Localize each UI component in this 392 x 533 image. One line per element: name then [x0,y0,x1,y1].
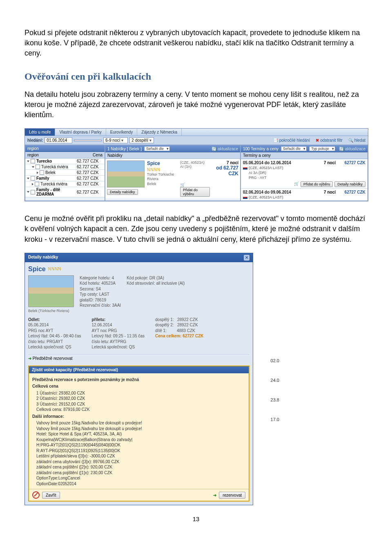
region-row[interactable]: Turecká riviéra62.727 CZK [25,164,105,170]
add-button[interactable]: Přidat do výběru [301,181,333,187]
page-number: 13 [24,515,368,522]
search-label: hledání: [27,138,43,143]
terms-subheader: Termíny a ceny [243,153,271,158]
info-line: Vahovy limit pouze 15kg.Nadvahu lze doko… [32,426,245,432]
info-line: Koupelna|WC|Klimatizace|Balkon|Strana do… [32,437,245,443]
popup-kv-left: Kategorie hotelu: 4 Kód hotelu: 40523A S… [80,275,121,313]
total-price-header: Celková cena [32,384,245,389]
price-line: 1 Účastníci: 29382,00 CZK [32,390,245,396]
detail-button[interactable]: Detaily nabídky [107,189,138,195]
term-nights: 7 nocí [324,161,336,165]
search-button[interactable]: 🔍 hledat [348,138,365,143]
close-icon[interactable]: ✕ [244,255,249,261]
popup-hotel-name: Spice [28,265,46,273]
reserve-button[interactable]: rezervovat [219,492,245,499]
more-info-header: Další informace: [32,414,245,419]
term-price: 62727 CZK [339,161,365,165]
departure-col: Odlet: 05.06.2014 PRG noc AYT Letový řád… [28,317,81,350]
main-tabs: Léto u moře Vlastní doprava / Parky Euro… [25,129,368,136]
sort-select[interactable]: Seřadit dle [144,146,170,151]
region-row[interactable]: Turecko62.727 CZK [25,158,105,164]
offer-panel: 1 Nabídky [ Belek ] Seřadit dle 🔄 aktual… [105,145,241,201]
add-to-selection-button[interactable]: Přidat do výběru [180,187,210,197]
date-from-input[interactable]: 01.06.2014 [45,137,72,143]
hotel-loc: Belek [147,182,178,187]
term-nights: 7 nocí [324,190,336,194]
hotel-nights: 7 nocí [212,161,238,165]
price-col-header: Cena [93,153,102,157]
price-line: 3 Účastníci: 29152,00 CZK [32,401,245,407]
section-paragraph-2: Cenu je možné ověřit při prokliku na „de… [24,214,368,245]
region-panel-header: region [25,145,105,152]
info-line: Letištní příplatek/sleva ([3]x): -3000,0… [32,453,245,459]
price-line: Celková cena: 87916,00 CZK [32,407,245,413]
pax-price-col: dospělý 1: 28922 CZK dospělý 2: 28922 CZ… [155,317,203,350]
tab-vlastni[interactable]: Vlastní doprava / Parky [55,129,106,136]
region-row[interactable]: Family - dítě ZDARMA62.727 CZK [25,187,105,197]
terms-panel-header: 100 Termíny a ceny Seřadit dle Typ pokoj… [241,145,368,152]
side-date-list: 02.0 24.0 23.8 17.0 [271,351,279,429]
info-line: OptionType:LongCancel [32,475,245,481]
term-date: 02.06.2014 do 09.06.2014 [243,190,291,194]
hotel-thumbnail [107,161,145,187]
tab-nemecko[interactable]: Zájezdy z Německa [137,129,182,136]
popup-header: Detaily nabídky ✕ [25,253,253,262]
hotel-code: (CZE, 40523A) [180,161,210,165]
cart-icon: 🛒 [294,181,299,187]
info-line: H:PRG-AYT|2|01|QS|2|1190|0445|0840|00|OK [32,442,245,448]
info-line: Hotel: Spice Hotel & Spa (AYT, 40523A, 3… [32,431,245,437]
detail-button[interactable]: Detaily nabídky [334,181,365,187]
popup-kv-right: Kód pokoje: DR (3A) Kód stravování: all … [127,275,185,313]
advanced-search-link[interactable]: 📑 pokročilé hledání [273,138,310,143]
offer-subheader: Nabídky [107,153,122,158]
hotel-meal: AI (3A) [180,165,210,169]
info-line: základní cena pojištění ([1]x): 230,00 C… [32,470,245,476]
tab-euro[interactable]: Eurovíkendy [106,129,138,136]
search-bar: hledání: 01.06.2014 6-9 nocí 2 dospělí 📑… [25,136,368,145]
region-panel: region regionCena Turecko62.727 CZK Ture… [25,145,105,201]
flag-icon [243,196,247,199]
date-to-input[interactable] [74,140,102,141]
arrow-icon: ➜ [28,356,31,361]
pre-reserve-link[interactable]: Předběžně rezervovat [33,356,73,361]
hotel-price: od 62.727 CZK [212,165,238,176]
term-date: 05.06.2014 do 12.06.2014 [243,161,291,165]
hotel-desc: Türkei Türkische Riviera [147,172,178,182]
region-row[interactable]: Turecká riviéra62.727 CZK [25,181,105,187]
info-line: OptionDate:02052014 [32,481,245,487]
term-price: 62727 CZK [339,190,365,194]
hotel-name[interactable]: Spice [147,161,178,167]
popup-hotel-stars: NNNN [48,267,62,271]
info-line: základní cena ubytování ([3]x): 89766,00… [32,459,245,465]
detail-popup-screenshot: Detaily nabídky ✕ Spice NNNN Belek (Türk… [24,253,253,506]
terms-panel: 100 Termíny a ceny Seřadit dle Typ pokoj… [241,145,368,201]
info-line: Vahovy limit pouze 15kg.Nadvahu lze doko… [32,420,245,426]
section-paragraph-1: Na detailu hotelu jsou zobrazeny termíny… [24,89,368,120]
remove-filter-link[interactable]: ✖ odstranit filtr [316,138,342,143]
pax-select[interactable]: 2 dospělí [129,137,154,143]
cart-icon: 🛒 [180,183,185,187]
tab-leto[interactable]: Léto u moře [25,129,55,136]
room-type-select[interactable]: Typ pokoje [309,146,335,151]
refresh-link[interactable]: 🔄 aktualizace [339,147,365,151]
flag-icon [243,166,247,169]
region-col-header: region [27,153,93,157]
region-row[interactable]: Belek62.727 CZK [25,170,105,176]
arrow-icon: ➜ [213,493,216,497]
arrival-col: příletu: 12.06.2014 AYT noc PRG Letový ř… [92,317,145,350]
term-row[interactable]: 02.06.2014 do 09.06.2014 7 nocí 62727 CZ… [241,188,368,201]
intro-paragraph: Pokud si přejete odstranit některou z vy… [24,28,368,59]
popup-location: Belek (Türkische Riviera) [28,309,74,313]
term-row[interactable]: 05.06.2014 do 12.06.2014 7 nocí 62727 CZ… [241,159,368,188]
region-row[interactable]: Family62.727 CZK [25,176,105,181]
nights-select[interactable]: 6-9 nocí [103,137,128,143]
sort-select[interactable]: Seřadit dle [281,146,307,151]
availability-box: Zjistit volné kapacity (Předběžně rezerv… [28,366,249,502]
refresh-link[interactable]: 🔄 aktualizace [212,147,238,151]
info-line: základní cena pojištění ([2]x): 920,00 C… [32,464,245,470]
popup-thumbnail [28,275,74,307]
availability-subtitle: Předběžná rezervace s potvrzením poznámk… [32,377,245,383]
section-heading: Ověřování cen při kalkulacích [24,71,368,82]
offer-panel-header: 1 Nabídky [ Belek ] Seřadit dle 🔄 aktual… [105,145,240,152]
close-button[interactable]: Zavřít [42,492,60,499]
